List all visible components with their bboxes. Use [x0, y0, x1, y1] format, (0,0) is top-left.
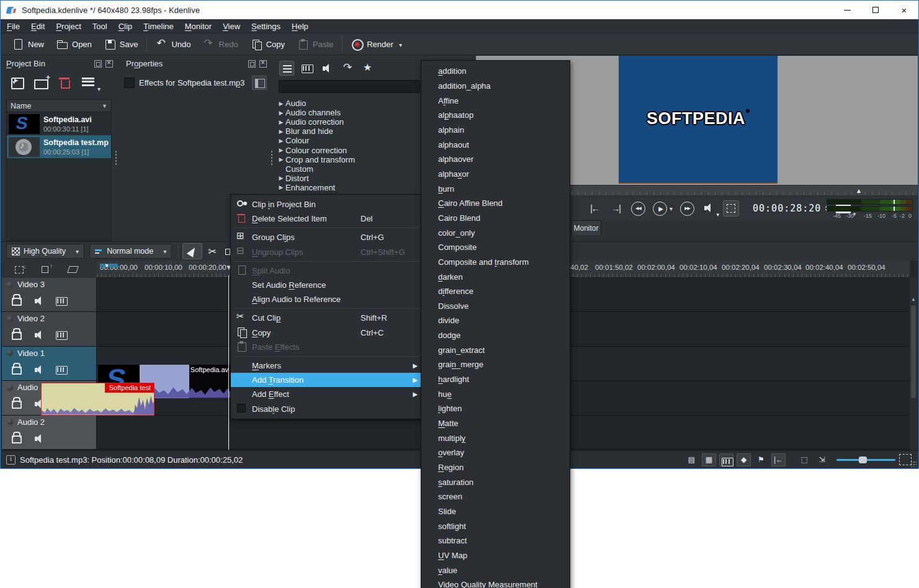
effects-tree-button[interactable] [252, 76, 267, 90]
effect-category[interactable]: ▶ Blur and hide [274, 127, 424, 136]
context-menu-item[interactable]: Disable Clip ▶ [231, 401, 421, 416]
transition-menu-item[interactable]: difference [421, 284, 570, 299]
audio-wave-icon[interactable]: ◆ [737, 453, 751, 466]
transition-menu-item[interactable]: addition [421, 64, 570, 79]
context-menu-item[interactable]: Set Audio Reference ▶ [231, 278, 421, 292]
transition-menu-item[interactable]: Matte [421, 416, 570, 431]
menu-item[interactable]: Edit [25, 20, 50, 32]
monitor-tab[interactable]: Monitor [571, 220, 601, 235]
track-header[interactable]: Video 3 [2, 278, 97, 311]
effect-category[interactable]: ▶ Audio [274, 99, 424, 108]
maximize-button[interactable] [861, 1, 890, 19]
zone-mode-button[interactable] [723, 200, 739, 216]
transition-menu-item[interactable]: alphaout [421, 137, 570, 152]
transition-menu-item[interactable]: Affine [421, 93, 570, 108]
delete-clip-button[interactable] [58, 75, 73, 90]
context-menu-item[interactable]: Align Audio to Reference ▶ [231, 292, 421, 306]
context-menu-item[interactable]: Clip in Project Bin ▶ [231, 197, 421, 212]
lock-icon[interactable] [11, 327, 22, 339]
context-menu-item[interactable]: ▶ [231, 306, 421, 311]
transition-menu-item[interactable]: Composite and transform [421, 255, 570, 270]
context-menu-item[interactable]: Cut Clip Shift+R ▶ [231, 311, 421, 325]
monitor-playhead-icon[interactable]: ▲ [856, 187, 862, 194]
context-menu-item[interactable]: Delete Selected Item Del ▶ [231, 212, 421, 226]
fast-forward-icon[interactable]: ▶▶ [680, 202, 694, 216]
menu-item[interactable]: Tool [87, 20, 113, 32]
timeline-zone-bar[interactable] [100, 264, 118, 267]
hide-video-icon[interactable] [54, 362, 65, 373]
lock-icon[interactable] [11, 293, 22, 305]
transition-menu-item[interactable]: screen [421, 489, 570, 504]
zone-fit-icon[interactable]: ⇲ [815, 453, 829, 466]
custom-effects-icon[interactable] [341, 61, 356, 76]
menu-item[interactable]: View [217, 20, 246, 32]
track-header[interactable]: Audio 2 [2, 416, 97, 449]
context-menu-item[interactable]: Split Audio ▶ [231, 264, 421, 278]
close-panel-icon[interactable] [259, 60, 267, 68]
toolbar-button[interactable]: Save [98, 35, 145, 53]
context-menu-item[interactable]: Add Transition ▶ [231, 373, 421, 387]
play-dropdown-icon[interactable]: ▾ [670, 205, 673, 212]
transition-menu-item[interactable]: softlight [421, 519, 570, 533]
transition-menu-item[interactable]: divide [421, 313, 570, 328]
lock-icon[interactable] [11, 362, 22, 373]
effect-category[interactable]: ▶ Colour [274, 136, 424, 145]
menu-item[interactable]: Settings [246, 20, 286, 32]
rewind-icon[interactable]: ◀◀ [631, 202, 645, 216]
show-thumbnails-icon[interactable] [719, 453, 733, 466]
context-menu-item[interactable]: Copy Ctrl+C ▶ [231, 326, 421, 340]
preview-render-icon[interactable]: ⬚ [797, 453, 812, 466]
monitor-timecode[interactable]: 00:00:28:20 [753, 203, 821, 214]
transition-menu-item[interactable]: dodge [421, 328, 570, 343]
show-audio-thumbnails-icon[interactable]: ▦ [702, 453, 716, 466]
track-header[interactable]: Video 1 [2, 347, 97, 380]
play-icon[interactable]: ▶ [653, 202, 667, 216]
mute-icon[interactable] [32, 293, 43, 305]
transition-menu-item[interactable]: grain_merge [421, 357, 570, 372]
context-menu-item[interactable]: Add Effect ▶ [231, 387, 421, 401]
add-clip-button[interactable] [11, 75, 25, 90]
transition-menu-item[interactable]: hardlight [421, 372, 570, 387]
panel-splitter[interactable] [271, 150, 273, 166]
transition-menu-item[interactable]: Composite [421, 240, 570, 255]
float-panel-icon[interactable] [94, 60, 102, 68]
transition-menu-item[interactable]: alphaxor [421, 167, 570, 182]
transition-menu-item[interactable]: color_only [421, 225, 570, 240]
effect-category[interactable]: ▶ Colour correction [274, 145, 424, 154]
toolbar-button[interactable]: Paste [291, 35, 339, 53]
transition-menu-item[interactable]: subtract [421, 533, 570, 548]
hide-video-icon[interactable] [54, 293, 65, 305]
transition-menu-item[interactable]: alphaover [421, 152, 570, 167]
timeline-zoom-slider[interactable] [836, 453, 895, 466]
context-menu-item[interactable]: ▶ [231, 226, 421, 230]
toolbar-button[interactable]: Undo [146, 35, 197, 53]
slider-handle[interactable] [859, 457, 867, 463]
transition-menu-item[interactable]: burn [421, 181, 570, 196]
video-effects-icon[interactable] [300, 61, 315, 76]
edit-mode-select[interactable]: Normal mode ▾ [89, 244, 172, 259]
favorites-icon[interactable] [361, 61, 376, 76]
transition-menu-item[interactable]: overlay [421, 445, 570, 460]
track-effects-icon[interactable] [68, 265, 78, 274]
close-panel-icon[interactable] [105, 60, 113, 68]
toolbar-button[interactable]: Render [342, 35, 408, 53]
razor-tool-button[interactable] [202, 243, 222, 259]
transition-menu-item[interactable]: value [421, 563, 570, 577]
transition-menu-item[interactable]: darken [421, 269, 570, 284]
playhead-line[interactable] [228, 275, 229, 450]
transition-menu-item[interactable]: Slide [421, 504, 570, 519]
track-lower-icon[interactable] [14, 265, 25, 274]
effect-category[interactable]: ▶ Distort [274, 174, 424, 183]
volume-icon[interactable]: ▾ [702, 200, 718, 216]
create-folder-button[interactable] [34, 75, 49, 90]
transition-menu-item[interactable]: Video Quality Measurement [421, 577, 570, 588]
transition-menu-item[interactable]: addition_alpha [421, 79, 570, 94]
transition-menu-item[interactable]: grain_extract [421, 342, 570, 357]
bin-menu-button[interactable] [81, 75, 96, 90]
bin-clip-row[interactable]: S Softpedia.avi 00:00:30:11 [1] [7, 112, 111, 135]
panel-splitter[interactable] [115, 150, 117, 166]
transition-menu-item[interactable]: lighten [421, 401, 570, 416]
transition-menu-item[interactable]: UV Map [421, 548, 570, 563]
float-panel-icon[interactable] [248, 60, 256, 68]
context-menu-item[interactable]: Group Clips Ctrl+G ▶ [231, 230, 421, 244]
